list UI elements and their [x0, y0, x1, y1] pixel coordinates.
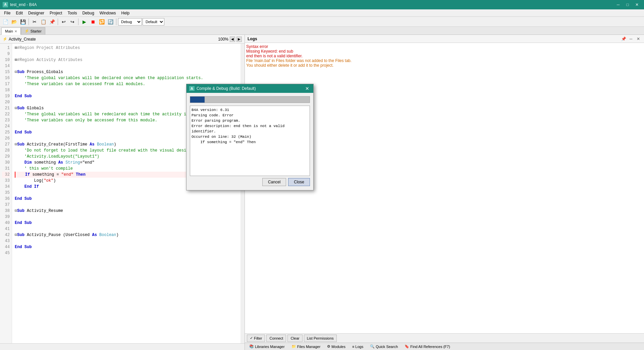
main-layout: ⚡ Activity_Create 100% ◀ ▶ 1 9 10 14 15 …: [0, 35, 644, 350]
logs-footer-label: Logs: [355, 345, 363, 349]
cancel-button[interactable]: Cancel: [262, 178, 286, 186]
footer-tab-quicksearch[interactable]: 🔍 Quick Search: [367, 343, 401, 350]
logs-pin-button[interactable]: 📌: [621, 36, 627, 42]
footer-tab-files[interactable]: 📁 Files Manager: [288, 343, 324, 350]
menu-project[interactable]: Project: [47, 10, 65, 16]
toolbar-copy[interactable]: 📋: [39, 18, 47, 26]
libraries-icon: 📚: [249, 344, 254, 349]
connect-button[interactable]: Connect: [266, 335, 286, 342]
line-numbers: 1 9 10 14 15 16 17 18 19 20 21 22 23 24 …: [0, 44, 12, 343]
toolbar-sep-1: [29, 18, 29, 25]
toolbar-refresh[interactable]: 🔄: [106, 18, 114, 26]
quicksearch-label: Quick Search: [376, 345, 398, 349]
editor-subtitle: Activity_Create: [9, 37, 36, 42]
logs-toolbar: ✓ Filter Connect Clear List Permissions: [245, 333, 644, 343]
toolbar-new[interactable]: 📄: [1, 18, 9, 26]
menu-windows[interactable]: Windows: [97, 10, 119, 16]
scroll-right[interactable]: ▶: [236, 37, 242, 42]
code-line-36: End Sub: [15, 196, 238, 202]
progress-bar-fill: [190, 97, 205, 103]
modal-log-line-6: If something = "end" Then: [192, 139, 308, 145]
menu-designer[interactable]: Designer: [25, 10, 47, 16]
toolbar-sep-2: [58, 18, 58, 25]
modal-app-icon: A: [189, 86, 195, 91]
modal-log-line-3: Error parsing program.: [192, 118, 308, 123]
compile-debug-dialog: A Compile & Debug (Build: Default) ✕ B4A…: [186, 84, 314, 190]
left-panel: ⚡ Activity_Create 100% ◀ ▶ 1 9 10 14 15 …: [0, 35, 245, 350]
tab-main[interactable]: Main ✕: [1, 27, 21, 35]
toolbar-cut[interactable]: ✂: [31, 18, 39, 26]
footer-tab-modules[interactable]: ⚙ Modules: [324, 343, 348, 350]
filter-checkbox-icon: ✓: [250, 336, 253, 340]
modules-icon: ⚙: [327, 344, 330, 349]
toolbar-open[interactable]: 📂: [10, 18, 18, 26]
tab-starter[interactable]: ⚡ Starter: [21, 27, 45, 35]
restore-button[interactable]: □: [623, 1, 632, 8]
modal-close-button[interactable]: ✕: [304, 85, 311, 92]
quicksearch-icon: 🔍: [370, 344, 375, 349]
toolbar-debug[interactable]: 🔁: [98, 18, 106, 26]
code-line-10: ⊞#Region Activity Attributes: [15, 57, 238, 63]
tab-starter-icon: ⚡: [24, 29, 29, 33]
minimize-button[interactable]: ─: [614, 1, 623, 8]
modal-log-line-1: B4A version: 6.31: [192, 107, 308, 113]
code-line-35: [15, 190, 238, 196]
code-line-44: End Sub: [15, 244, 238, 250]
findall-label: Find All References (F7): [410, 345, 450, 349]
modal-body: B4A version: 6.31 Parsing code. Error Er…: [186, 93, 313, 190]
list-permissions-button[interactable]: List Permissions: [304, 335, 337, 342]
code-line-41: [15, 226, 238, 232]
filter-button[interactable]: ✓ Filter: [247, 335, 265, 342]
toolbar-sep-3: [78, 18, 78, 25]
menu-edit[interactable]: Edit: [13, 10, 25, 16]
zoom-level: 100%: [218, 37, 228, 42]
tab-bar: Main ✕ ⚡ Starter: [0, 27, 644, 35]
tab-starter-label: Starter: [31, 29, 42, 33]
log-line-3: end then is not a valid identifier.: [246, 54, 643, 58]
list-permissions-label: List Permissions: [307, 336, 334, 340]
footer-tab-libraries[interactable]: 📚 Libraries Manager: [246, 343, 288, 350]
toolbar-stop[interactable]: ⏹: [89, 18, 97, 26]
menu-debug[interactable]: Debug: [79, 10, 97, 16]
right-panel: Logs 📌 ─ ✕ Syntax error Missing Keyword:…: [245, 35, 644, 350]
code-line-14: [15, 63, 238, 69]
scroll-left[interactable]: ◀: [230, 37, 235, 42]
modal-title: Compile & Debug (Build: Default): [197, 86, 256, 91]
menu-file[interactable]: File: [1, 10, 13, 16]
toolbar-save[interactable]: 💾: [19, 18, 27, 26]
modal-log: B4A version: 6.31 Parsing code. Error Er…: [190, 106, 310, 176]
menu-help[interactable]: Help: [119, 10, 132, 16]
config-dropdown[interactable]: Default: [143, 18, 164, 25]
log-line-1: Syntax error: [246, 44, 643, 49]
method-icon: ⚡: [3, 37, 7, 41]
menu-tools[interactable]: Tools: [65, 10, 79, 16]
toolbar-undo[interactable]: ↩: [60, 18, 68, 26]
connect-label: Connect: [269, 336, 283, 340]
progress-bar-container: [190, 96, 310, 103]
code-line-43: [15, 238, 238, 244]
toolbar-run[interactable]: ▶: [80, 18, 88, 26]
footer-tab-findall[interactable]: 🔖 Find All References (F7): [401, 343, 453, 350]
toolbar-redo[interactable]: ↪: [68, 18, 76, 26]
logs-title: Logs: [248, 37, 257, 41]
close-button[interactable]: ✕: [633, 1, 641, 8]
editor-header: ⚡ Activity_Create 100% ◀ ▶: [0, 35, 245, 44]
logs-minimize-button[interactable]: ─: [628, 36, 634, 42]
toolbar-paste[interactable]: 📌: [48, 18, 56, 26]
close-dialog-button[interactable]: Close: [288, 178, 310, 186]
filter-label: Filter: [254, 336, 262, 340]
tab-main-close[interactable]: ✕: [14, 30, 17, 33]
modal-titlebar-left: A Compile & Debug (Build: Default): [189, 86, 256, 91]
modal-buttons: Cancel Close: [190, 176, 310, 187]
code-line-39: [15, 214, 238, 220]
footer-tab-logs[interactable]: ≡ Logs: [349, 343, 366, 350]
clear-button[interactable]: Clear: [287, 335, 302, 342]
title-bar-title: test_end - B4A: [10, 2, 37, 7]
code-line-16: 'These global variables will be declared…: [15, 75, 238, 81]
logs-close-button[interactable]: ✕: [635, 36, 641, 42]
tab-main-label: Main: [5, 29, 13, 33]
zoom-controls: 100% ◀ ▶: [218, 37, 242, 42]
log-line-2: Missing Keyword: end sub: [246, 49, 643, 54]
build-dropdown[interactable]: Debug Release: [118, 18, 142, 25]
code-line-9: [15, 51, 238, 57]
